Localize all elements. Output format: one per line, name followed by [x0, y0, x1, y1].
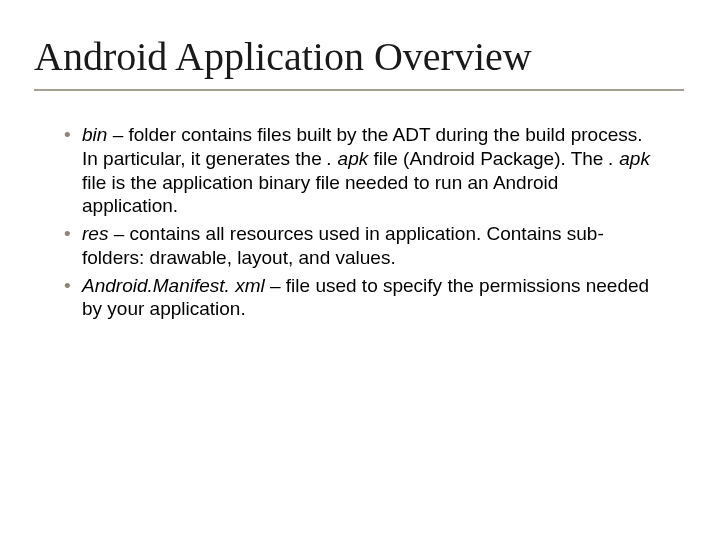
term: res	[82, 223, 108, 244]
title-underline	[34, 89, 684, 91]
slide: Android Application Overview bin – folde…	[0, 0, 720, 540]
list-item: bin – folder contains files built by the…	[64, 123, 656, 218]
text: file is the application binary file need…	[82, 172, 558, 217]
page-title: Android Application Overview	[34, 35, 720, 79]
text: file (Android Package). The	[368, 148, 608, 169]
bullet-list: bin – folder contains files built by the…	[64, 123, 656, 321]
list-item: Android.Manifest. xml – file used to spe…	[64, 274, 656, 322]
text: – contains all resources used in applica…	[82, 223, 604, 268]
body-content: bin – folder contains files built by the…	[64, 123, 656, 321]
term: bin	[82, 124, 107, 145]
term: . apk	[327, 148, 368, 169]
term: . apk	[609, 148, 650, 169]
term: Android.Manifest. xml	[82, 275, 265, 296]
list-item: res – contains all resources used in app…	[64, 222, 656, 270]
